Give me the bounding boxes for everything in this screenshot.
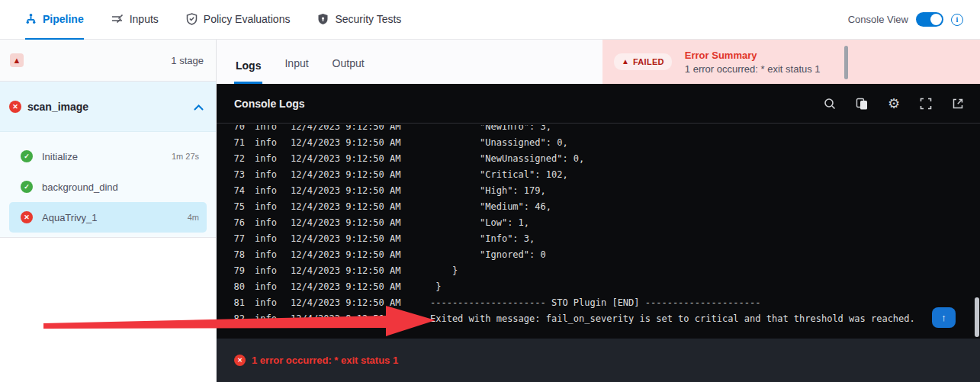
log-message: "NewUnassigned": 0, — [430, 153, 584, 164]
log-line-number: 76 — [233, 215, 245, 231]
nav-tab-policy-evaluations[interactable]: Policy Evaluations — [186, 0, 291, 40]
log-message: "Unassigned": 0, — [430, 137, 568, 148]
log-line: 73info12/4/2023 9:12:50 AM "Critical": 1… — [217, 167, 980, 183]
warning-triangle-icon: ▲ — [622, 58, 629, 66]
log-message: "Low": 1, — [430, 217, 529, 228]
security-shield-icon — [317, 13, 329, 25]
stage-count: 1 stage — [171, 55, 204, 66]
log-timestamp: 12/4/2023 9:12:50 AM — [291, 231, 402, 247]
log-line: 76info12/4/2023 9:12:50 AM "Low": 1, — [217, 215, 980, 231]
step-list: ✓ Initialize 1m 27s ✓ background_dind ✕ … — [0, 132, 216, 238]
step-name: AquaTrivy_1 — [42, 212, 98, 223]
top-nav: Pipeline Inputs Policy Evaluations Secur… — [0, 0, 980, 40]
scroll-to-top-button[interactable]: ↑ — [932, 307, 956, 328]
step-row-aquatrivy[interactable]: ✕ AquaTrivy_1 4m — [9, 202, 207, 233]
nav-tab-security-tests[interactable]: Security Tests — [317, 0, 401, 40]
step-name: background_dind — [42, 181, 118, 193]
log-line-number: 75 — [233, 199, 245, 215]
tab-output[interactable]: Output — [331, 57, 366, 84]
log-timestamp: 12/4/2023 9:12:50 AM — [291, 183, 402, 199]
step-success-icon: ✓ — [21, 181, 33, 193]
fullscreen-icon[interactable] — [919, 97, 933, 111]
log-line: 71info12/4/2023 9:12:50 AM "Unassigned":… — [217, 135, 980, 151]
log-timestamp: 12/4/2023 9:12:50 AM — [291, 311, 402, 327]
tab-input[interactable]: Input — [283, 57, 310, 84]
nav-tab-label: Policy Evaluations — [204, 13, 291, 25]
log-line-number: 77 — [233, 231, 245, 247]
banner-scrollbar-thumb[interactable] — [844, 46, 848, 79]
chevron-up-icon[interactable] — [194, 100, 204, 114]
log-line: 75info12/4/2023 9:12:50 AM "Medium": 46, — [217, 199, 980, 215]
log-message: --------------------- STO Plugin [END] -… — [430, 297, 760, 308]
nav-tab-pipeline[interactable]: Pipeline — [25, 0, 84, 40]
log-timestamp: 12/4/2023 9:12:50 AM — [291, 125, 402, 135]
search-icon[interactable] — [823, 97, 837, 111]
log-line: 72info12/4/2023 9:12:50 AM "NewUnassigne… — [217, 151, 980, 167]
log-line-number: 79 — [233, 263, 245, 279]
footer-error-bar: ✕ 1 error occurred: * exit status 1 — [217, 339, 980, 382]
log-message: "Ignored": 0 — [430, 249, 546, 260]
log-scrollbar-thumb[interactable] — [975, 297, 979, 337]
stage-row-scan-image[interactable]: ✕ scan_image — [0, 82, 216, 132]
log-message: } — [430, 281, 441, 292]
error-summary-title: Error Summary — [685, 50, 821, 61]
log-message: "Info": 3, — [430, 233, 535, 244]
gear-icon[interactable]: ⚙ — [887, 97, 901, 111]
log-line-number: 80 — [233, 279, 245, 295]
pipeline-icon — [25, 13, 37, 24]
log-timestamp: 12/4/2023 9:12:50 AM — [291, 247, 402, 263]
arrow-up-icon: ↑ — [941, 312, 946, 323]
nav-tab-inputs[interactable]: Inputs — [111, 0, 159, 40]
log-message: "Critical": 102, — [430, 169, 568, 180]
log-line-number: 74 — [233, 183, 245, 199]
log-level: info — [255, 279, 278, 295]
stage-summary-row: ▲ 1 stage — [0, 40, 216, 82]
log-level: info — [255, 167, 278, 183]
step-row-background-dind[interactable]: ✓ background_dind — [9, 172, 207, 202]
log-message: "NewInfo": 3, — [430, 125, 551, 132]
log-line-number: 70 — [233, 125, 245, 135]
log-line: 81info12/4/2023 9:12:50 AM--------------… — [217, 295, 980, 311]
info-icon[interactable]: i — [951, 14, 963, 26]
log-viewport[interactable]: 70info12/4/2023 9:12:50 AM "NewInfo": 3,… — [217, 125, 980, 339]
log-level: info — [255, 135, 278, 151]
log-level: info — [255, 183, 278, 199]
step-failed-icon: ✕ — [21, 211, 33, 223]
log-level: info — [255, 247, 278, 263]
toggle-knob — [930, 14, 942, 25]
tab-logs[interactable]: Logs — [234, 59, 262, 84]
error-circle-icon: ✕ — [234, 355, 246, 366]
log-timestamp: 12/4/2023 9:12:50 AM — [291, 215, 402, 231]
warning-chip[interactable]: ▲ — [10, 53, 24, 67]
step-row-initialize[interactable]: ✓ Initialize 1m 27s — [9, 141, 207, 172]
log-timestamp: 12/4/2023 9:12:50 AM — [291, 295, 402, 311]
log-level: info — [255, 215, 278, 231]
log-line: 74info12/4/2023 9:12:50 AM "High": 179, — [217, 183, 980, 199]
policy-shield-check-icon — [186, 13, 198, 25]
app-screen: Pipeline Inputs Policy Evaluations Secur… — [0, 0, 980, 382]
log-line-number: 78 — [233, 247, 245, 263]
copy-icon[interactable] — [855, 97, 869, 111]
console-header: Console Logs ⚙ — [217, 84, 980, 124]
inputs-icon — [111, 14, 124, 24]
log-line: 79info12/4/2023 9:12:50 AM } — [217, 263, 980, 279]
log-line: 82info12/4/2023 9:12:50 AMExited with me… — [217, 311, 980, 327]
log-line: 77info12/4/2023 9:12:50 AM "Info": 3, — [217, 231, 980, 247]
log-timestamp: 12/4/2023 9:12:50 AM — [291, 167, 402, 183]
open-in-new-icon[interactable] — [951, 97, 965, 111]
stage-name: scan_image — [27, 101, 88, 113]
log-message: "High": 179, — [430, 185, 546, 196]
console-logs-panel: Console Logs ⚙ — [217, 84, 980, 339]
nav-tab-label: Security Tests — [335, 13, 401, 25]
log-timestamp: 12/4/2023 9:12:50 AM — [291, 263, 402, 279]
nav-tab-label: Inputs — [130, 13, 159, 25]
step-success-icon: ✓ — [21, 150, 33, 162]
console-view-label: Console View — [848, 14, 908, 25]
log-level: info — [255, 231, 278, 247]
step-duration: 1m 27s — [172, 152, 199, 161]
console-view-toggle[interactable] — [916, 12, 943, 27]
log-message: } — [430, 265, 458, 276]
failed-badge: ▲ FAILED — [614, 53, 672, 70]
log-level: info — [255, 151, 278, 167]
warning-triangle-icon: ▲ — [13, 56, 21, 65]
